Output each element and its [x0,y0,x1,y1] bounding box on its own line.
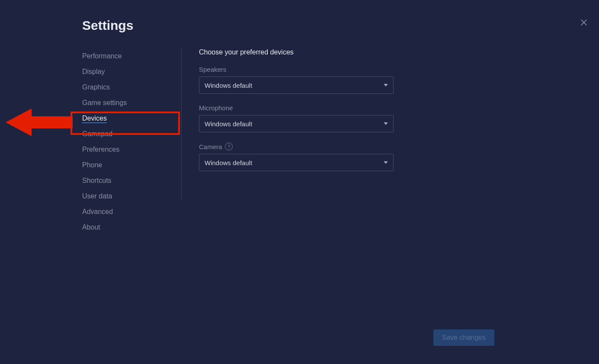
close-icon [580,18,588,27]
save-changes-button[interactable]: Save changes [433,329,494,346]
camera-select[interactable]: Windows default [199,154,394,171]
main-panel: Choose your preferred devices Speakers W… [199,48,415,182]
microphone-label: Microphone [199,104,415,112]
camera-label: Camera ? [199,143,415,150]
section-heading: Choose your preferred devices [199,48,415,56]
vertical-divider [181,48,182,200]
speakers-label: Speakers [199,66,415,73]
help-icon[interactable]: ? [225,143,233,150]
microphone-select-value: Windows default [205,120,252,128]
microphone-label-text: Microphone [199,104,233,112]
annotation-arrow [6,105,75,140]
sidebar-item-graphics[interactable]: Graphics [82,80,181,95]
sidebar-item-advanced[interactable]: Advanced [82,204,181,220]
field-group-microphone: Microphone Windows default [199,104,415,132]
sidebar-item-shortcuts[interactable]: Shortcuts [82,173,181,188]
camera-select-value: Windows default [205,159,252,166]
sidebar-item-user-data[interactable]: User data [82,188,181,204]
chevron-down-icon [384,161,388,164]
speakers-select[interactable]: Windows default [199,77,394,94]
sidebar-item-preferences[interactable]: Preferences [82,142,181,157]
camera-label-text: Camera [199,143,222,150]
svg-marker-2 [6,109,73,136]
field-group-speakers: Speakers Windows default [199,66,415,94]
sidebar-item-performance[interactable]: Performance [82,48,181,64]
field-group-camera: Camera ? Windows default [199,143,415,171]
close-button[interactable] [580,18,588,27]
sidebar-item-phone[interactable]: Phone [82,157,181,173]
sidebar-item-gamepad[interactable]: Gamepad [82,126,181,142]
speakers-select-value: Windows default [205,82,252,89]
speakers-label-text: Speakers [199,66,226,73]
sidebar: Performance Display Graphics Game settin… [82,48,181,235]
sidebar-item-game-settings[interactable]: Game settings [82,95,181,111]
microphone-select[interactable]: Windows default [199,115,394,132]
chevron-down-icon [384,122,388,125]
sidebar-item-about[interactable]: About [82,220,181,235]
sidebar-item-display[interactable]: Display [82,64,181,80]
sidebar-item-devices[interactable]: Devices [82,111,181,126]
page-title: Settings [82,18,133,33]
chevron-down-icon [384,84,388,86]
